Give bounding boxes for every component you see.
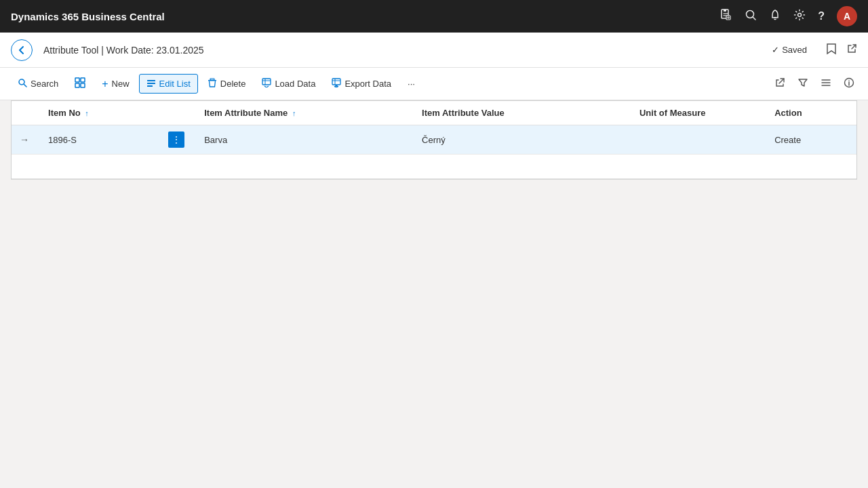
svg-rect-22 [208, 80, 216, 81]
saved-indicator: ✓ Saved [772, 45, 807, 55]
svg-line-8 [753, 17, 755, 20]
more-label: ··· [408, 79, 415, 89]
settings-icon[interactable] [793, 9, 806, 24]
export-data-label: Export Data [344, 79, 391, 89]
user-avatar[interactable]: A [837, 6, 857, 26]
search-btn-icon [18, 78, 27, 89]
toolbar: Search + New Edit List [0, 68, 868, 100]
delete-button[interactable]: Delete [201, 75, 253, 93]
svg-point-10 [798, 14, 802, 17]
new-icon: + [102, 78, 108, 90]
row-attr-name-cell[interactable]: Barva [196, 125, 414, 155]
row-item-no-cell[interactable]: 1896-S [40, 125, 160, 155]
svg-rect-16 [75, 83, 79, 87]
edit-list-button[interactable]: Edit List [139, 74, 198, 94]
new-label: New [112, 79, 130, 89]
row-menu-cell[interactable]: ⋮ [160, 125, 196, 155]
info-icon[interactable] [841, 75, 857, 94]
svg-rect-19 [147, 83, 155, 84]
row-attr-value-cell[interactable]: Černý [414, 125, 631, 155]
svg-rect-14 [75, 78, 79, 82]
new-button[interactable]: + New [95, 75, 136, 94]
row-uom-cell[interactable] [631, 125, 766, 155]
svg-point-12 [19, 79, 24, 85]
layout-button[interactable] [68, 74, 92, 94]
bookmark-icon[interactable] [826, 43, 837, 58]
col-action-header[interactable]: Action [766, 101, 856, 125]
svg-point-35 [848, 80, 850, 81]
col-attr-name-header[interactable]: Item Attribute Name ↑ [196, 101, 414, 125]
row-action-cell[interactable]: Create [766, 125, 856, 155]
more-button[interactable]: ··· [401, 75, 422, 92]
layout-icon [75, 77, 85, 90]
saved-label: Saved [782, 45, 807, 55]
back-button[interactable] [11, 39, 33, 61]
bell-icon[interactable] [769, 9, 781, 24]
page-header: Attribute Tool | Work Date: 23.01.2025 ✓… [0, 33, 868, 68]
document-icon[interactable] [719, 8, 732, 24]
share-icon[interactable] [772, 75, 788, 94]
col-attr-value-header[interactable]: Item Attribute Value [414, 101, 631, 125]
svg-rect-18 [147, 80, 155, 81]
search-label: Search [31, 79, 58, 89]
edit-list-icon [146, 78, 156, 89]
top-navigation-bar: Dynamics 365 Business Central [0, 0, 868, 33]
attr-name-sort-icon: ↑ [292, 109, 296, 117]
svg-rect-20 [147, 85, 153, 87]
row-arrow-icon: → [20, 134, 29, 145]
svg-line-29 [779, 79, 784, 83]
load-data-button[interactable]: Load Data [255, 75, 322, 93]
columns-icon[interactable] [818, 75, 834, 94]
delete-icon [208, 78, 217, 89]
col-uom-header[interactable]: Unit of Measure [631, 101, 766, 125]
svg-rect-15 [81, 78, 85, 82]
svg-line-11 [852, 45, 856, 49]
filter-icon[interactable] [795, 75, 811, 94]
svg-rect-23 [262, 79, 271, 85]
svg-line-13 [24, 85, 27, 87]
help-icon[interactable]: ? [818, 10, 825, 22]
export-data-button[interactable]: Export Data [325, 75, 398, 93]
data-table-wrapper: Item No ↑ Item Attribute Name ↑ Item Att… [11, 100, 857, 180]
row-context-menu-button[interactable]: ⋮ [168, 131, 184, 148]
delete-label: Delete [220, 79, 246, 89]
col-menu-header [160, 101, 196, 125]
app-title: Dynamics 365 Business Central [11, 11, 708, 22]
export-data-icon [332, 78, 341, 89]
item-no-sort-icon: ↑ [85, 109, 89, 117]
edit-list-label: Edit List [159, 79, 191, 89]
load-data-label: Load Data [275, 79, 315, 89]
svg-rect-1 [724, 9, 726, 12]
attribute-table: Item No ↑ Item Attribute Name ↑ Item Att… [12, 101, 856, 179]
top-bar-icons: ? A [719, 6, 857, 26]
main-content: Item No ↑ Item Attribute Name ↑ Item Att… [0, 100, 868, 371]
page-title: Attribute Tool | Work Date: 23.01.2025 [43, 45, 761, 56]
col-item-no-header[interactable]: Item No ↑ [40, 101, 160, 125]
search-icon[interactable] [745, 9, 757, 24]
search-button[interactable]: Search [11, 75, 65, 93]
table-header-row: Item No ↑ Item Attribute Name ↑ Item Att… [12, 101, 856, 125]
toolbar-right [772, 75, 857, 94]
table-row[interactable]: → 1896-S ⋮ Barva Černý [12, 125, 856, 155]
svg-rect-26 [332, 79, 340, 85]
open-in-new-icon[interactable] [846, 43, 857, 57]
check-icon: ✓ [772, 45, 779, 55]
row-arrow-cell: → [12, 125, 40, 155]
col-arrow-header [12, 101, 40, 125]
load-data-icon [262, 78, 271, 89]
svg-rect-17 [81, 83, 85, 87]
svg-rect-21 [210, 79, 214, 80]
table-empty-row[interactable] [12, 155, 856, 179]
header-right-icons [826, 43, 857, 58]
